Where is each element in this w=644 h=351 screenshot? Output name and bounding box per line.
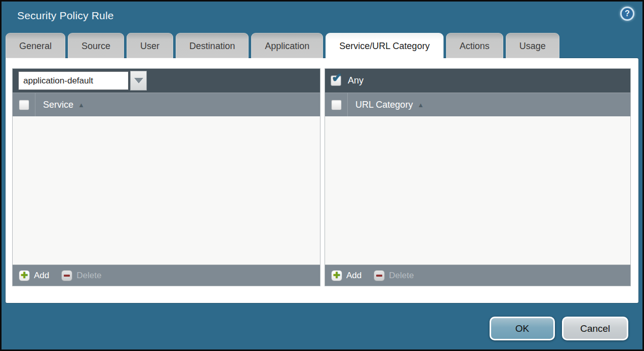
service-table-body[interactable]	[13, 116, 320, 265]
url-category-delete-button[interactable]: Delete	[374, 270, 414, 281]
service-panel-footer: ✚ Add Delete	[13, 265, 320, 286]
dialog-action-buttons: OK Cancel	[490, 317, 628, 340]
url-category-panel-toolbar: ✔ Any	[325, 69, 630, 93]
url-category-any-label: Any	[348, 75, 364, 86]
url-category-table-body[interactable]	[325, 116, 630, 265]
tab-content-area: Service ▲ ✚ Add Delete ✔	[6, 58, 638, 303]
tab-user[interactable]: User	[127, 33, 173, 58]
dialog-title: Security Policy Rule	[17, 10, 114, 22]
help-icon[interactable]: ?	[620, 7, 634, 21]
tab-general[interactable]: General	[6, 33, 65, 58]
sort-ascending-icon[interactable]: ▲	[417, 101, 424, 109]
tab-bar: General Source User Destination Applicat…	[6, 33, 559, 58]
sort-ascending-icon[interactable]: ▲	[78, 101, 85, 109]
url-category-select-all-checkbox[interactable]	[331, 100, 342, 110]
url-category-add-button[interactable]: ✚ Add	[331, 270, 361, 281]
cancel-button[interactable]: Cancel	[562, 317, 628, 340]
tab-source[interactable]: Source	[68, 33, 124, 58]
service-select-all-cell	[13, 93, 35, 116]
checkmark-icon: ✔	[332, 71, 342, 84]
chevron-down-icon	[134, 78, 143, 83]
service-type-input[interactable]	[18, 71, 129, 90]
url-category-any-checkbox[interactable]: ✔	[331, 75, 341, 86]
delete-minus-icon	[374, 270, 385, 281]
service-select-all-checkbox[interactable]	[19, 100, 29, 110]
ok-button[interactable]: OK	[490, 317, 555, 340]
url-category-panel-footer: ✚ Add Delete	[325, 265, 630, 286]
service-panel-toolbar	[13, 69, 320, 93]
url-category-panel: ✔ Any URL Category ▲ ✚ Add	[325, 68, 631, 286]
tab-actions[interactable]: Actions	[446, 33, 503, 58]
tab-destination[interactable]: Destination	[176, 33, 249, 58]
add-plus-icon: ✚	[331, 270, 342, 281]
delete-minus-icon	[61, 270, 72, 281]
security-policy-rule-dialog: Security Policy Rule ? General Source Us…	[0, 0, 644, 351]
service-delete-button[interactable]: Delete	[61, 270, 101, 281]
service-table-header: Service ▲	[13, 93, 320, 116]
service-type-dropdown-button[interactable]	[130, 71, 147, 91]
service-panel: Service ▲ ✚ Add Delete	[12, 68, 320, 286]
service-column-header[interactable]: Service	[43, 100, 73, 110]
dialog-titlebar: Security Policy Rule ?	[2, 2, 642, 33]
tab-service-url-category[interactable]: Service/URL Category	[326, 33, 443, 58]
service-type-dropdown[interactable]	[18, 71, 147, 91]
service-add-button[interactable]: ✚ Add	[19, 270, 49, 281]
url-category-column-header[interactable]: URL Category	[355, 100, 413, 110]
add-plus-icon: ✚	[19, 270, 30, 281]
url-category-select-all-cell	[325, 93, 348, 116]
url-category-table-header: URL Category ▲	[325, 93, 630, 116]
tab-usage[interactable]: Usage	[506, 33, 559, 58]
tab-application[interactable]: Application	[251, 33, 323, 58]
